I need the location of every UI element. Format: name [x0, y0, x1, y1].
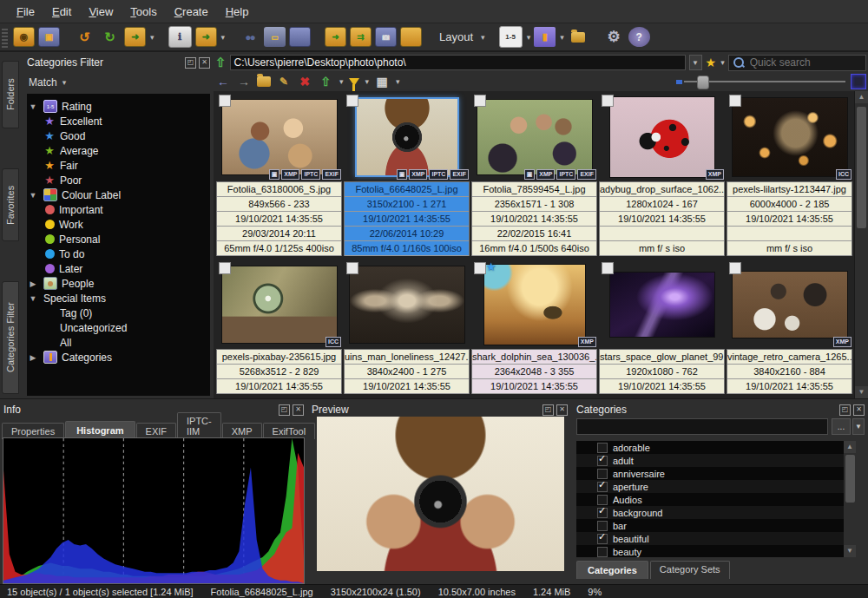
thumb-checkbox[interactable]	[602, 95, 614, 107]
bookmark-caret[interactable]: ▾	[560, 33, 564, 42]
category-item[interactable]: ✓adorable	[576, 441, 852, 454]
tree-item-colour-label[interactable]: ▼Colour Label	[27, 187, 210, 202]
tree-item-work[interactable]: Work	[43, 217, 210, 232]
category-item[interactable]: ✓Audios	[576, 493, 852, 506]
tree-item-later[interactable]: Later	[43, 261, 210, 276]
tree-item-todo[interactable]: To do	[43, 246, 210, 261]
fullscreen-icon[interactable]: ▣	[38, 27, 60, 47]
path-dropdown-icon[interactable]: ▼	[689, 55, 702, 70]
category-item[interactable]: ✓aperture	[576, 480, 852, 493]
thumbnail-cell[interactable]: ICC pexels-pixabay-235615.jpg 5268x3512 …	[215, 260, 343, 397]
settings-gear-icon[interactable]: ⚙	[603, 27, 625, 47]
thumbnail-layout-icon[interactable]: 1-5	[499, 26, 523, 48]
undock-icon[interactable]: ◰	[279, 404, 290, 416]
print-icon[interactable]: ▭	[264, 27, 286, 47]
filter-icon[interactable]	[349, 78, 359, 86]
category-checkbox[interactable]: ✓	[597, 508, 608, 518]
rename-icon[interactable]: ✎	[276, 76, 292, 88]
preview-image[interactable]	[317, 417, 564, 571]
thumb-checkbox[interactable]	[729, 95, 741, 107]
thumbnail-cell[interactable]: ▣XMPIPTCEXIF Fotolia_63180006_S.jpg 849x…	[215, 93, 343, 260]
category-checkbox[interactable]: ✓	[597, 482, 608, 492]
category-checkbox[interactable]: ✓	[597, 495, 608, 505]
filter-caret[interactable]: ▾	[365, 77, 370, 86]
menu-help[interactable]: Help	[218, 2, 257, 22]
tab-folders[interactable]: Folders	[2, 61, 19, 128]
tree-item-rating[interactable]: ▼1-5Rating	[27, 99, 210, 114]
parent-folder-icon[interactable]: ⇧	[215, 55, 227, 70]
capture-icon[interactable]: 📷︎	[375, 27, 397, 47]
expand-icon[interactable]: ▼	[27, 294, 39, 303]
thumb-checkbox[interactable]	[602, 262, 614, 274]
undock-icon[interactable]: ◰	[185, 57, 196, 69]
layout-dropdown[interactable]: Layout	[436, 30, 477, 43]
collapse-icon[interactable]: ▶	[27, 279, 39, 288]
category-more-button[interactable]: ...	[832, 418, 851, 435]
tab-favorites[interactable]: Favorites	[2, 168, 19, 241]
find-icon[interactable]: ●●	[239, 27, 260, 47]
category-checkbox[interactable]: ✓	[597, 547, 608, 557]
menu-view[interactable]: View	[81, 2, 121, 22]
category-checkbox[interactable]: ✓	[597, 534, 608, 544]
scroll-up-icon[interactable]: ▲	[855, 91, 868, 103]
photo-thumbnail[interactable]	[610, 273, 714, 337]
undock-icon[interactable]: ◰	[839, 404, 851, 416]
slider-handle[interactable]	[697, 76, 709, 89]
menu-file[interactable]: File	[9, 2, 43, 22]
favorites-star-icon[interactable]: ★	[706, 56, 717, 69]
photo-thumbnail[interactable]	[733, 272, 847, 338]
thumb-checkbox[interactable]	[346, 95, 358, 107]
scroll-up-icon[interactable]: ▲	[844, 441, 856, 453]
upload-icon[interactable]: ⇧	[318, 75, 333, 89]
photo-thumbnail[interactable]	[222, 266, 337, 343]
tab-category-sets[interactable]: Category Sets	[650, 561, 730, 579]
view-mode-icon[interactable]: ▦	[374, 75, 390, 89]
category-item[interactable]: ✓beautiful	[576, 532, 852, 545]
file-info-icon[interactable]: ℹ	[168, 26, 192, 48]
toolbar-grip[interactable]	[2, 27, 8, 48]
category-item[interactable]: ✓bar	[576, 519, 852, 532]
close-icon[interactable]: ✕	[293, 404, 304, 416]
menu-create[interactable]: Create	[167, 2, 216, 22]
favorites-caret[interactable]: ▾	[720, 58, 725, 67]
bookmark-icon[interactable]: ▮	[534, 27, 556, 47]
category-checkbox[interactable]: ✓	[597, 456, 608, 466]
tree-item-good[interactable]: ★Good	[43, 128, 210, 143]
upload-caret[interactable]: ▾	[339, 77, 344, 86]
undo-icon[interactable]: ↺	[74, 27, 95, 47]
card-icon[interactable]	[289, 27, 311, 47]
folder-tree-icon[interactable]	[568, 27, 589, 47]
thumbnail-size-slider[interactable]	[676, 80, 845, 84]
thumb-checkbox[interactable]	[219, 262, 231, 274]
forward-icon[interactable]: →	[236, 75, 252, 89]
help-icon[interactable]: ?	[628, 27, 650, 47]
back-icon[interactable]: ←	[215, 75, 231, 89]
category-checkbox[interactable]: ✓	[597, 443, 608, 453]
scroll-down-icon[interactable]: ▼	[844, 545, 856, 557]
close-icon[interactable]: ✕	[199, 57, 210, 69]
tree-item-uncategorized[interactable]: Uncategorized	[60, 320, 210, 335]
sort-icon[interactable]	[851, 74, 866, 89]
expand-icon[interactable]: ▼	[27, 102, 39, 111]
tree-item-categories[interactable]: ▶Categories	[27, 350, 210, 365]
tree-item-people[interactable]: ▶People	[27, 276, 210, 291]
category-dropdown-icon[interactable]: ▼	[852, 418, 865, 435]
batch-convert-icon[interactable]: ⇉	[350, 27, 372, 47]
tree-item-important[interactable]: Important	[43, 202, 210, 217]
photo-thumbnail[interactable]	[477, 100, 592, 174]
tab-histogram[interactable]: Histogram	[65, 421, 135, 439]
category-search-input[interactable]	[576, 418, 828, 435]
browser-icon[interactable]: ◉	[13, 27, 35, 47]
move-to-folder-caret[interactable]: ▾	[150, 33, 155, 42]
tree-item-excellent[interactable]: ★Excellent	[43, 114, 210, 128]
thumb-checkbox[interactable]	[729, 262, 741, 274]
copy-to-folder-caret[interactable]: ▾	[221, 33, 226, 42]
quick-search-box[interactable]	[728, 55, 866, 71]
thumbnail-cell[interactable]: ICC pexels-lilartsy-1213447.jpg 6000x400…	[726, 93, 853, 260]
match-dropdown[interactable]: Match	[29, 76, 57, 89]
move-to-folder-icon[interactable]: ➜	[124, 27, 146, 47]
thumbnail-layout-caret[interactable]: ▾	[527, 33, 531, 42]
thumbnail-cell[interactable]: ★ XMP shark_dolphin_sea_130036_.. 2364x2…	[470, 260, 598, 397]
menu-edit[interactable]: Edit	[44, 2, 79, 22]
tree-item-all[interactable]: All	[60, 335, 210, 350]
